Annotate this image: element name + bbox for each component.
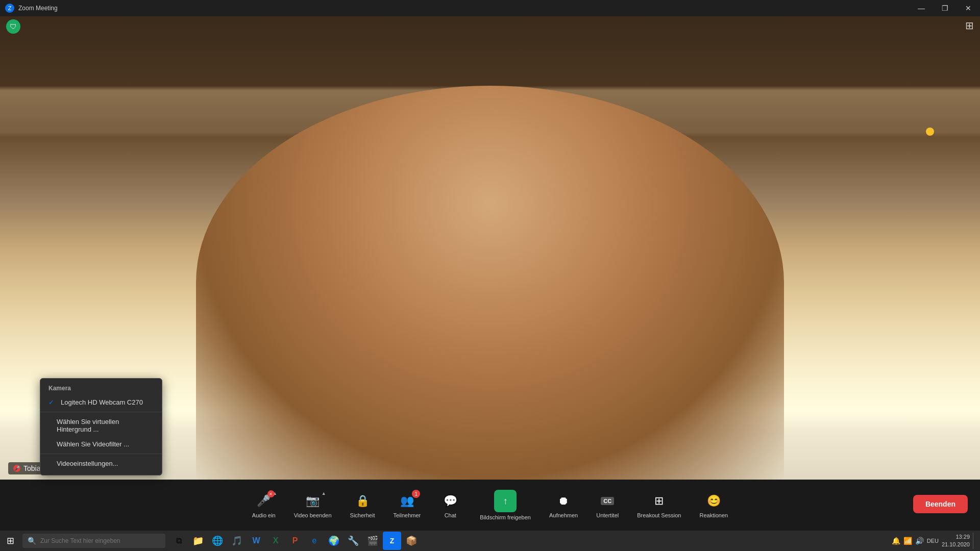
- video-editor-button[interactable]: 🎬: [363, 532, 382, 550]
- package-button[interactable]: 📦: [402, 532, 421, 550]
- reactions-button[interactable]: 😊 Reaktionen: [690, 488, 737, 522]
- chat-label: Chat: [445, 512, 456, 518]
- system-clock: 13:29 21.10.2020: [942, 533, 970, 549]
- titlebar: Z Zoom Meeting — ❐ ✕: [0, 0, 980, 16]
- mic-muted-icon: 🎤: [13, 465, 20, 472]
- share-screen-button[interactable]: ↑ Bildschirm freigeben: [471, 486, 540, 524]
- menu-divider-1: [40, 412, 162, 412]
- minimize-button[interactable]: —: [910, 0, 933, 16]
- zoom-taskbar-button[interactable]: Z: [383, 532, 401, 550]
- taskbar-search-input[interactable]: [40, 537, 153, 544]
- zoom-window: Z Zoom Meeting — ❐ ✕ 🛡 ⊞ 🎤 Tobias Becker…: [0, 0, 980, 531]
- chat-icon: 💬: [441, 492, 459, 510]
- status-indicator-dot: [926, 128, 934, 136]
- share-screen-icon: ↑: [494, 490, 517, 512]
- edge-button[interactable]: e: [305, 532, 324, 550]
- volume-icon[interactable]: 🔊: [915, 537, 924, 545]
- close-button[interactable]: ✕: [957, 0, 980, 16]
- excel-button[interactable]: X: [266, 532, 285, 550]
- breakout-label: Breakout Session: [637, 512, 681, 518]
- menu-divider-2: [40, 454, 162, 454]
- network-icon[interactable]: 📶: [903, 537, 912, 545]
- video-button[interactable]: 📷 ▲ Video beenden: [285, 488, 341, 522]
- subtitles-label: Untertitel: [596, 512, 619, 518]
- security-label: Sicherheit: [350, 512, 375, 518]
- window-controls: — ❐ ✕: [910, 0, 980, 16]
- powerpoint-button[interactable]: P: [286, 532, 304, 550]
- audio-button[interactable]: 🎤 ▲ ✕ Audio ein: [243, 488, 285, 522]
- meeting-toolbar: 🎤 ▲ ✕ Audio ein 📷 ▲ Video beenden 🔒 Sich…: [0, 480, 980, 531]
- cc-label-box: CC: [601, 497, 614, 505]
- browser-button[interactable]: 🌐: [208, 532, 227, 550]
- clock-time: 13:29: [942, 533, 970, 541]
- subtitles-cc-icon: CC: [598, 492, 617, 510]
- show-desktop-button[interactable]: [973, 533, 976, 549]
- taskbar-search-icon: 🔍: [28, 537, 36, 545]
- taskbar-apps-area: ⧉ 📁 🌐 🎵 W X P e 🌍 🔧 🎬 Z 📦: [167, 532, 423, 550]
- subtitles-button[interactable]: CC Untertitel: [587, 488, 628, 522]
- security-button[interactable]: 🔒 Sicherheit: [341, 488, 384, 522]
- video-icon: 📷 ▲: [304, 492, 322, 510]
- camera-menu-item-videofilter[interactable]: Wählen Sie Videofilter ...: [40, 437, 162, 452]
- record-icon: ⏺: [554, 492, 573, 510]
- clock-date: 21.10.2020: [942, 541, 970, 548]
- video-label: Video beenden: [294, 512, 332, 518]
- participants-badge: 1: [412, 490, 420, 498]
- breakout-button[interactable]: ⊞ Breakout Session: [628, 488, 690, 522]
- corner-toggle-button[interactable]: ⊞: [965, 19, 974, 32]
- window-title: Zoom Meeting: [18, 5, 58, 12]
- record-label: Aufnehmen: [549, 512, 578, 518]
- reactions-label: Reaktionen: [699, 512, 728, 518]
- restore-button[interactable]: ❐: [933, 0, 957, 16]
- camera-menu-title: Kamera: [40, 383, 162, 395]
- camera-menu-item-virtual-bg[interactable]: Wählen Sie virtuellen Hintergrund ...: [40, 414, 162, 437]
- zoom-app-icon: Z: [5, 4, 14, 13]
- participants-icon: 👥 1: [398, 492, 416, 510]
- audio-mute-indicator: ✕: [267, 490, 275, 497]
- titlebar-left: Z Zoom Meeting: [0, 4, 58, 13]
- spotify-button[interactable]: 🎵: [228, 532, 246, 550]
- reactions-icon: 😊: [704, 492, 723, 510]
- notification-icon[interactable]: 🔔: [892, 537, 900, 545]
- tools-button[interactable]: 🔧: [344, 532, 362, 550]
- security-lock-icon: 🔒: [353, 492, 372, 510]
- taskbar-search-box[interactable]: 🔍: [22, 534, 165, 548]
- audio-label: Audio ein: [252, 512, 276, 518]
- file-explorer-button[interactable]: 📁: [189, 532, 207, 550]
- participant-video: [196, 86, 784, 480]
- language-indicator: DEU: [927, 538, 939, 544]
- security-shield-icon: 🛡: [6, 19, 20, 34]
- share-screen-label: Bildschirm freigeben: [480, 514, 531, 520]
- camera-menu-item-settings[interactable]: Videoeinstellungen...: [40, 456, 162, 471]
- word-button[interactable]: W: [247, 532, 265, 550]
- breakout-icon: ⊞: [650, 492, 668, 510]
- participants-button[interactable]: 👥 1 Teilnehmer: [384, 488, 430, 522]
- chat-button[interactable]: 💬 Chat: [430, 488, 471, 522]
- camera-context-menu: Kamera Logitech HD Webcam C270 Wählen Si…: [40, 378, 162, 475]
- video-chevron-icon: ▲: [322, 491, 326, 496]
- record-button[interactable]: ⏺ Aufnehmen: [540, 488, 587, 522]
- end-meeting-button[interactable]: Beenden: [913, 495, 968, 513]
- system-tray: 🔔 📶 🔊 DEU 13:29 21.10.2020: [892, 533, 980, 549]
- task-view-button[interactable]: ⧉: [169, 532, 188, 550]
- camera-menu-item-webcam[interactable]: Logitech HD Webcam C270: [40, 395, 162, 410]
- chrome-button[interactable]: 🌍: [325, 532, 343, 550]
- windows-taskbar: ⊞ 🔍 ⧉ 📁 🌐 🎵 W X P e 🌍 🔧 🎬 Z 📦 🔔 📶 🔊 DEU …: [0, 531, 980, 551]
- participants-label: Teilnehmer: [393, 512, 421, 518]
- start-button[interactable]: ⊞: [0, 531, 20, 551]
- audio-icon: 🎤 ▲ ✕: [255, 492, 273, 510]
